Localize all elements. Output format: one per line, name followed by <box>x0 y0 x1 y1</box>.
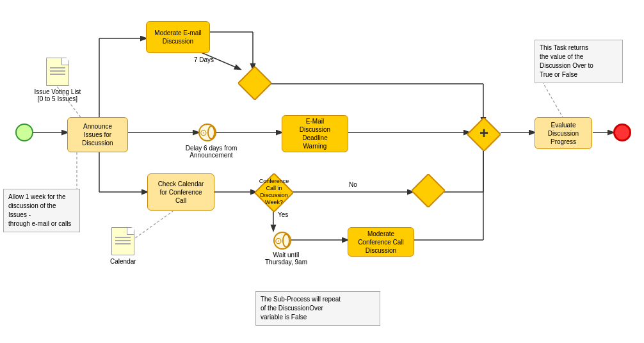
label-7days: 7 Days <box>194 56 214 63</box>
check-calendar-label: Check Calendar for Conference Call <box>158 180 204 205</box>
check-calendar-task[interactable]: Check Calendar for Conference Call <box>147 173 214 211</box>
announce-issues-label: Announce Issues for Discussion <box>82 122 113 147</box>
announce-issues-task[interactable]: Announce Issues for Discussion <box>67 117 128 152</box>
moderate-conf-task[interactable]: Moderate Conference Call Discussion <box>348 227 414 257</box>
evaluate-task[interactable]: Evaluate Discussion Progress <box>535 117 592 149</box>
svg-marker-27 <box>238 67 271 100</box>
doc-calendar-label: Calendar <box>110 258 136 265</box>
conference-call-gateway <box>255 173 293 212</box>
top-gateway <box>238 67 271 100</box>
doc-issue-label: Issue Voting List [0 to 5 Issues] <box>32 88 83 102</box>
moderate-email-task[interactable]: Moderate E-mail Discussion <box>146 21 210 53</box>
svg-marker-31 <box>412 174 445 207</box>
svg-text:+: + <box>479 124 488 141</box>
email-deadline-task[interactable]: E-Mail Discussion Deadline Warning <box>282 115 348 152</box>
annotation-task-returns: This Task returns the value of the Discu… <box>535 40 623 83</box>
moderate-conf-label: Moderate Conference Call Discussion <box>358 230 404 255</box>
doc-issue-list: Issue Voting List [0 to 5 Issues] <box>32 58 83 102</box>
evaluate-label: Evaluate Discussion Progress <box>548 121 579 146</box>
svg-marker-30 <box>255 173 293 212</box>
label-yes: Yes <box>278 211 288 218</box>
moderate-email-label: Moderate E-mail Discussion <box>154 29 201 45</box>
end-event <box>613 124 631 141</box>
start-event <box>15 124 33 141</box>
diagram: Announce Issues for Discussion Moderate … <box>0 0 644 343</box>
annotation-allow-week: Allow 1 week for the discussion of the I… <box>3 189 80 232</box>
delay-label: Delay 6 days from Announcement <box>184 145 238 159</box>
doc-calendar: Calendar <box>110 227 136 265</box>
delay-timer-event: ⊙ <box>198 124 216 141</box>
email-deadline-label: E-Mail Discussion Deadline Warning <box>300 117 330 150</box>
annotation-subprocess: The Sub-Process will repeat of the Discu… <box>255 291 380 326</box>
parallel-gateway: + <box>467 118 501 151</box>
wait-label: Wait until Thursday, 9am <box>259 251 313 266</box>
label-no: No <box>349 181 357 188</box>
wait-timer-event: ⊙ <box>273 232 291 250</box>
no-branch-gateway <box>412 174 445 207</box>
